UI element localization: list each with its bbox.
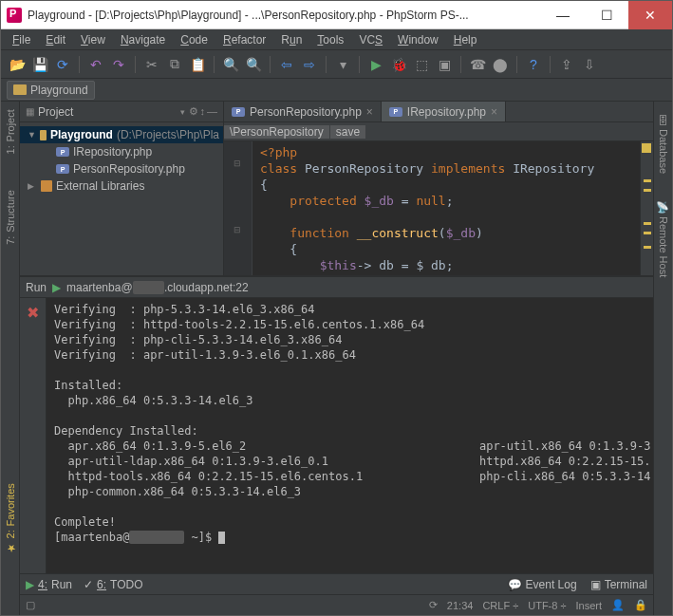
status-line-sep[interactable]: CRLF ÷ — [482, 600, 518, 611]
editor: P PersonRepository.php × P IRepository.p… — [224, 102, 653, 275]
redo-icon[interactable]: ↷ — [108, 54, 129, 75]
coverage-icon[interactable]: ⬚ — [411, 54, 432, 75]
tool-remote-host[interactable]: 📡 Remote Host — [657, 196, 669, 281]
window-titlebar: Playground - [D:\Projects\Php\Playground… — [1, 1, 672, 29]
settings-icon[interactable]: ⚙ — [189, 105, 198, 118]
sync-icon[interactable]: ⟳ — [52, 54, 73, 75]
console-output[interactable]: Verifying : php-5.3.3-14.el6_3.x86_64 Ve… — [47, 298, 653, 573]
navigation-bar: Playground — [1, 79, 672, 102]
code-content[interactable]: <?php class PersonRepository implements … — [252, 141, 640, 275]
menu-file[interactable]: File — [5, 31, 38, 48]
breadcrumb[interactable]: Playground — [7, 81, 95, 100]
upload-icon[interactable]: ⇪ — [556, 54, 577, 75]
project-root[interactable]: ▼ Playground (D:\Projects\Php\Pla — [20, 126, 223, 143]
background-tasks-icon[interactable]: ⟳ — [429, 599, 438, 611]
project-file[interactable]: P PersonRepository.php — [20, 160, 223, 177]
listen-debug-icon[interactable]: ☎ — [467, 54, 488, 75]
run-icon[interactable]: ▶ — [365, 54, 386, 75]
menu-help[interactable]: Help — [446, 31, 485, 48]
cut-icon[interactable]: ✂ — [141, 54, 162, 75]
php-file-icon: P — [389, 107, 402, 117]
close-tab-icon[interactable]: × — [366, 105, 373, 119]
collapse-icon[interactable]: ↕ — [200, 105, 206, 118]
breadcrumb-label: Playground — [30, 84, 88, 97]
play-icon: ▶ — [52, 281, 61, 294]
menu-navigate[interactable]: Navigate — [113, 31, 173, 48]
run-panel-title: Run — [26, 281, 47, 294]
minimize-button[interactable]: — — [541, 1, 585, 29]
replace-icon[interactable]: 🔍 — [243, 54, 264, 75]
php-file-icon: P — [56, 147, 69, 157]
tool-terminal[interactable]: ▣ Terminal — [590, 578, 647, 591]
run-config-icon[interactable]: ▾ — [332, 54, 353, 75]
phpstorm-icon — [7, 8, 22, 23]
inspection-icon[interactable]: 👤 — [611, 599, 625, 611]
project-panel: ▦ Project ▾ ⚙ ↕ — ▼ Playground — [20, 102, 224, 275]
menu-window[interactable]: Window — [390, 31, 446, 48]
run-config-name: maartenba@ .cloudapp.net:22 — [66, 281, 249, 294]
menu-code[interactable]: Code — [173, 31, 215, 48]
back-icon[interactable]: ⇦ — [276, 54, 297, 75]
debug-icon[interactable]: 🐞 — [388, 54, 409, 75]
external-libraries[interactable]: ▶ External Libraries — [20, 177, 223, 195]
run-panel: Run ▶ maartenba@ .cloudapp.net:22 ✖ Veri… — [20, 276, 653, 573]
copy-icon[interactable]: ⧉ — [164, 54, 185, 75]
tool-project[interactable]: 1: Project — [5, 105, 16, 158]
project-file[interactable]: P IRepository.php — [20, 143, 223, 160]
hide-icon[interactable]: — — [207, 105, 217, 118]
editor-tab-active[interactable]: P PersonRepository.php × — [224, 102, 382, 121]
close-tab-icon[interactable]: × — [491, 105, 497, 119]
left-tool-strip: 1: Project 7: Structure ★ 2: Favorites — [1, 102, 20, 615]
help-icon[interactable]: ? — [523, 54, 544, 75]
folder-icon — [13, 84, 27, 95]
stop-icon[interactable]: ▣ — [434, 54, 455, 75]
editor-breadcrumb[interactable]: \PersonRepository save — [224, 122, 653, 141]
php-file-icon: P — [232, 107, 245, 117]
menu-view[interactable]: View — [73, 31, 113, 48]
status-encoding[interactable]: UTF-8 ÷ — [528, 600, 566, 611]
find-icon[interactable]: 🔍 — [220, 54, 241, 75]
editor-tab[interactable]: P IRepository.php × — [382, 102, 506, 121]
tool-database[interactable]: 🗄 Database — [658, 111, 669, 177]
status-insert[interactable]: Insert — [575, 600, 602, 611]
menu-refactor[interactable]: Refactor — [215, 31, 273, 48]
project-panel-title: Project — [38, 105, 177, 119]
php-file-icon: P — [56, 164, 69, 174]
menu-tools[interactable]: Tools — [309, 31, 351, 48]
tool-todo[interactable]: ✓ 6: TODO — [84, 578, 142, 591]
folder-icon — [40, 130, 47, 140]
editor-gutter[interactable]: ⊟ ⊟ — [224, 141, 252, 275]
maximize-button[interactable]: ☐ — [585, 1, 628, 29]
download-icon[interactable]: ⇩ — [579, 54, 600, 75]
menu-edit[interactable]: Edit — [38, 31, 73, 48]
status-position[interactable]: 21:34 — [447, 600, 474, 611]
open-icon[interactable]: 📂 — [7, 54, 28, 75]
library-icon — [41, 180, 52, 192]
menu-vcs[interactable]: VCS — [351, 31, 390, 48]
forward-icon[interactable]: ⇨ — [299, 54, 320, 75]
breakpoint-icon[interactable]: ⬤ — [490, 54, 511, 75]
tool-run[interactable]: ▶ 4: Run — [26, 578, 72, 591]
undo-icon[interactable]: ↶ — [85, 54, 106, 75]
status-icon[interactable]: ▢ — [26, 599, 35, 611]
paste-icon[interactable]: 📋 — [187, 54, 208, 75]
window-title: Playground - [D:\Projects\Php\Playground… — [28, 9, 541, 22]
main-toolbar: 📂 💾 ⟳ ↶ ↷ ✂ ⧉ 📋 🔍 🔍 ⇦ ⇨ ▾ ▶ 🐞 ⬚ ▣ ☎ ⬤ ? … — [1, 50, 672, 79]
save-all-icon[interactable]: 💾 — [29, 54, 50, 75]
stop-icon[interactable]: ✖ — [27, 304, 39, 322]
lock-icon[interactable]: 🔒 — [634, 599, 647, 611]
editor-marker-bar[interactable] — [640, 141, 653, 275]
tool-favorites[interactable]: ★ 2: Favorites — [4, 479, 16, 558]
menu-run[interactable]: Run — [273, 31, 309, 48]
bottom-tool-strip: ▶ 4: Run ✓ 6: TODO 💬 Event Log ▣ Termina… — [20, 573, 653, 594]
tool-event-log[interactable]: 💬 Event Log — [508, 578, 577, 591]
menu-bar: File Edit View Navigate Code Refactor Ru… — [1, 29, 672, 50]
status-bar: ▢ ⟳ 21:34 CRLF ÷ UTF-8 ÷ Insert 👤 🔒 — [20, 594, 653, 615]
right-tool-strip: 🗄 Database 📡 Remote Host — [653, 102, 672, 615]
close-button[interactable]: ✕ — [628, 1, 672, 29]
tool-structure[interactable]: 7: Structure — [5, 186, 16, 249]
